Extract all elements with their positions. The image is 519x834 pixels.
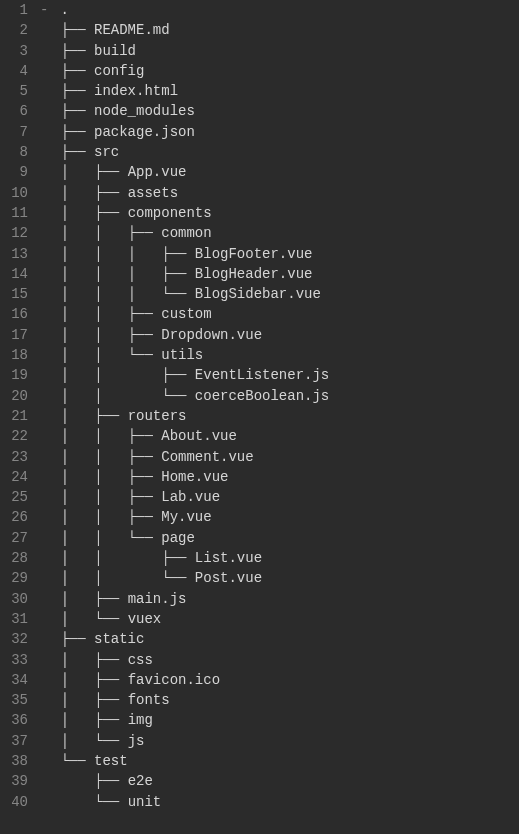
fold-indicator <box>40 771 52 791</box>
line-number: 39 <box>0 771 28 791</box>
line-number: 38 <box>0 751 28 771</box>
code-line: ├── build <box>40 41 519 61</box>
line-number: 32 <box>0 629 28 649</box>
tree-node-name: BlogFooter.vue <box>195 246 313 262</box>
tree-node-name: README.md <box>94 22 170 38</box>
tree-node-name: Home.vue <box>161 469 228 485</box>
line-number: 30 <box>0 589 28 609</box>
code-line: │ │ ├── Home.vue <box>40 467 519 487</box>
tree-prefix: │ │ ├── <box>60 509 161 525</box>
code-line: ├── README.md <box>40 20 519 40</box>
line-number: 27 <box>0 528 28 548</box>
code-line: │ │ └── page <box>40 528 519 548</box>
line-number: 13 <box>0 244 28 264</box>
fold-indicator <box>40 670 52 690</box>
tree-prefix: │ ├── <box>60 185 127 201</box>
tree-prefix: │ └── <box>60 611 127 627</box>
code-line: │ └── vuex <box>40 609 519 629</box>
line-number: 10 <box>0 183 28 203</box>
code-line: ├── e2e <box>40 771 519 791</box>
line-number: 3 <box>0 41 28 61</box>
fold-indicator <box>40 345 52 365</box>
line-number: 31 <box>0 609 28 629</box>
tree-prefix: │ │ └── <box>60 530 161 546</box>
line-number: 21 <box>0 406 28 426</box>
tree-node-name: Lab.vue <box>161 489 220 505</box>
code-line: ├── src <box>40 142 519 162</box>
fold-indicator <box>40 792 52 812</box>
line-number: 34 <box>0 670 28 690</box>
tree-prefix: ├── <box>60 43 94 59</box>
line-number: 40 <box>0 792 28 812</box>
code-line: │ │ ├── Dropdown.vue <box>40 325 519 345</box>
tree-node-name: src <box>94 144 119 160</box>
tree-node-name: img <box>128 712 153 728</box>
tree-node-name: build <box>94 43 136 59</box>
tree-node-name: components <box>128 205 212 221</box>
line-number: 33 <box>0 650 28 670</box>
fold-indicator <box>40 325 52 345</box>
fold-indicator <box>40 710 52 730</box>
tree-prefix: │ ├── <box>60 652 127 668</box>
tree-node-name: EventListener.js <box>195 367 329 383</box>
tree-prefix: │ ├── <box>60 672 127 688</box>
fold-indicator <box>40 142 52 162</box>
line-number: 1 <box>0 0 28 20</box>
line-number: 24 <box>0 467 28 487</box>
tree-node-name: e2e <box>128 773 153 789</box>
tree-prefix: │ ├── <box>60 591 127 607</box>
code-line: │ ├── img <box>40 710 519 730</box>
tree-node-name: node_modules <box>94 103 195 119</box>
tree-node-name: routers <box>128 408 187 424</box>
fold-indicator <box>40 81 52 101</box>
tree-prefix: ├── <box>60 773 127 789</box>
fold-indicator <box>40 162 52 182</box>
tree-node-name: List.vue <box>195 550 262 566</box>
fold-indicator <box>40 304 52 324</box>
code-line: ├── package.json <box>40 122 519 142</box>
tree-prefix: ├── <box>60 83 94 99</box>
fold-indicator <box>40 284 52 304</box>
tree-prefix: │ ├── <box>60 205 127 221</box>
tree-prefix: │ ├── <box>60 692 127 708</box>
tree-node-name: About.vue <box>161 428 237 444</box>
code-line: │ │ └── coerceBoolean.js <box>40 386 519 406</box>
code-line: │ │ ├── EventListener.js <box>40 365 519 385</box>
code-line: └── test <box>40 751 519 771</box>
tree-prefix: │ │ ├── <box>60 550 194 566</box>
code-content[interactable]: - . ├── README.md ├── build ├── config ├… <box>38 0 519 834</box>
fold-indicator[interactable]: - <box>40 0 52 20</box>
tree-node-name: unit <box>128 794 162 810</box>
code-editor: 1234567891011121314151617181920212223242… <box>0 0 519 834</box>
line-number: 22 <box>0 426 28 446</box>
fold-indicator <box>40 568 52 588</box>
code-line: │ ├── main.js <box>40 589 519 609</box>
fold-indicator <box>40 406 52 426</box>
tree-prefix: │ │ ├── <box>60 428 161 444</box>
code-line: │ │ │ ├── BlogFooter.vue <box>40 244 519 264</box>
code-line: │ │ ├── custom <box>40 304 519 324</box>
line-number: 8 <box>0 142 28 162</box>
fold-indicator <box>40 264 52 284</box>
line-number: 29 <box>0 568 28 588</box>
code-line: │ └── js <box>40 731 519 751</box>
code-line: │ ├── routers <box>40 406 519 426</box>
tree-prefix: │ └── <box>60 733 127 749</box>
fold-indicator <box>40 650 52 670</box>
code-line: └── unit <box>40 792 519 812</box>
fold-indicator <box>40 223 52 243</box>
tree-node-name: . <box>60 2 68 18</box>
line-number: 20 <box>0 386 28 406</box>
tree-prefix: │ │ ├── <box>60 489 161 505</box>
code-line: │ │ │ ├── BlogHeader.vue <box>40 264 519 284</box>
tree-node-name: package.json <box>94 124 195 140</box>
tree-prefix: │ ├── <box>60 408 127 424</box>
tree-prefix: │ │ └── <box>60 570 194 586</box>
fold-indicator <box>40 528 52 548</box>
tree-prefix: ├── <box>60 22 94 38</box>
fold-indicator <box>40 183 52 203</box>
fold-indicator <box>40 41 52 61</box>
line-number: 6 <box>0 101 28 121</box>
tree-prefix: │ │ ├── <box>60 449 161 465</box>
line-number: 25 <box>0 487 28 507</box>
